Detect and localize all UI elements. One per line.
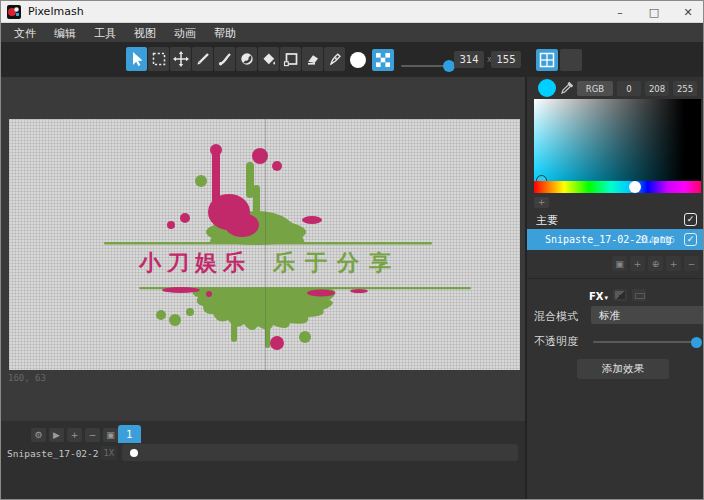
green-value-field[interactable]: 208 [645,81,669,96]
add-layer-button[interactable]: + [630,256,645,271]
blend-mode-label: 混合模式 [534,309,578,324]
tool-move-button[interactable] [170,47,191,71]
merge-layer-button[interactable]: ⊕ [648,256,663,271]
tool-pencil-button[interactable] [192,47,213,71]
pixelate-toggle-button[interactable] [372,49,394,71]
tool-select-button[interactable] [126,47,147,71]
keyframe-dot[interactable] [130,449,138,457]
brush-shape-circle-button[interactable] [350,52,366,68]
delete-layer-button[interactable]: − [684,256,699,271]
tool-group [126,47,345,71]
duplicate-icon: ▣ [615,259,624,269]
add-effect-button[interactable]: 添加效果 [577,359,669,379]
canvas-height-input[interactable] [491,51,521,68]
current-color-swatch[interactable] [538,79,556,97]
canvas-center-gridline [265,119,266,370]
menu-file[interactable]: 文件 [5,26,45,41]
menu-edit[interactable]: 编辑 [45,26,85,41]
add-swatch-button[interactable]: + [534,197,549,208]
hue-slider-knob[interactable] [629,181,641,193]
add-frame-button[interactable]: + [67,428,82,442]
tool-brush-button[interactable] [214,47,235,71]
artwork-text-green: 乐于分享 [272,250,401,275]
canvas-width-input[interactable] [454,51,484,68]
minus-icon: − [89,430,97,440]
window-title: Pixelmash [28,5,84,18]
hue-slider[interactable] [534,181,701,193]
tool-fill-button[interactable] [258,47,279,71]
gear-icon: ⚙ [34,430,42,440]
timeline-buttons: ⚙ ▶ + − ▣ [31,428,118,442]
menu-bar: 文件 编辑 工具 视图 动画 帮助 [1,24,704,42]
timeline-settings-button[interactable]: ⚙ [31,428,46,442]
blue-value-field[interactable]: 255 [673,81,697,96]
checker-icon [375,52,391,68]
cursor-coordinates: 160, 63 [8,373,46,383]
layer-group-row[interactable]: 主要 ✓ [527,211,704,228]
secondary-view-toggle-button[interactable] [560,49,582,71]
section-divider [527,278,704,279]
maximize-button[interactable]: □ [637,1,671,23]
remove-frame-button[interactable]: − [85,428,100,442]
brush-icon [217,51,233,67]
tool-pen-button[interactable] [324,47,345,71]
grid-icon [539,52,555,68]
menu-tools[interactable]: 工具 [85,26,125,41]
timeline-track-name: Snipaste_17-02-20.png [7,448,99,459]
close-button[interactable]: ✕ [671,1,704,23]
opacity-label: 不透明度 [534,334,578,349]
eyedropper-icon[interactable] [560,80,575,95]
duplicate-frame-button[interactable]: ▣ [103,428,118,442]
play-icon: ▶ [53,430,60,440]
chevron-down-icon: ▾ [605,294,609,302]
minimize-button[interactable]: – [603,1,637,23]
menu-help[interactable]: 帮助 [205,26,245,41]
plus-icon: + [670,259,678,269]
saturation-value-picker[interactable] [534,99,701,181]
red-value-field[interactable]: 0 [617,81,641,96]
opacity-slider-knob[interactable] [691,337,702,348]
menu-view[interactable]: 视图 [125,26,165,41]
plus-icon: + [71,430,79,440]
fx-tab[interactable]: FX▾ [589,285,608,304]
smudge-icon [239,51,255,67]
layer-group-label: 主要 [536,213,558,228]
blend-mode-value: 标准 [599,309,620,321]
menu-animation[interactable]: 动画 [165,26,205,41]
color-mode-button[interactable]: RGB [577,81,613,96]
pixel-size-slider[interactable] [401,65,451,67]
tool-smudge-button[interactable] [236,47,257,71]
timeline-play-button[interactable]: ▶ [49,428,64,442]
blend-mode-dropdown[interactable]: 标准 ▾ [591,306,704,324]
layer-visibility-checkbox[interactable]: ✓ [684,233,697,246]
group-visibility-checkbox[interactable]: ✓ [684,213,697,226]
layer-size: 314x155 [639,235,675,245]
minus-icon: − [688,259,696,269]
pixelmash-window: Pixelmash – □ ✕ 文件 编辑 工具 视图 动画 帮助 [0,0,704,500]
right-panel: RGB 0 208 255 + 主要 ✓ Snipaste_17-02-20.p… [527,77,704,500]
track-speed-badge[interactable]: 1X [101,446,117,460]
duplicate-layer-button[interactable]: ▣ [612,256,627,271]
timeline-track[interactable] [122,444,518,461]
tool-shape-button[interactable] [280,47,301,71]
duplicate-icon: ▣ [106,430,115,440]
pixel-canvas[interactable]: 小刀娱乐 乐于分享 [9,119,520,370]
title-bar: Pixelmash – □ ✕ [1,1,704,23]
tool-marquee-button[interactable] [148,47,169,71]
toolbar: x [1,42,704,77]
window-controls: – □ ✕ [603,1,704,23]
plus-icon: + [634,259,642,269]
pen-icon [327,51,343,67]
grid-view-toggle-button[interactable] [536,49,558,71]
opacity-slider[interactable] [593,341,697,343]
add-group-button[interactable]: + [666,256,681,271]
transform-tab-icon[interactable] [613,289,627,301]
eraser-icon [305,51,321,67]
layer-row-selected[interactable]: Snipaste_17-02-20.png 314x155 ✓ [527,229,704,250]
rectangle-icon [283,51,299,67]
tool-eraser-button[interactable] [302,47,323,71]
effects-tabs: FX▾ [589,285,646,304]
frame-1-tab[interactable]: 1 [118,425,141,443]
palette-tab-icon[interactable] [632,289,646,301]
move-icon [173,51,189,67]
